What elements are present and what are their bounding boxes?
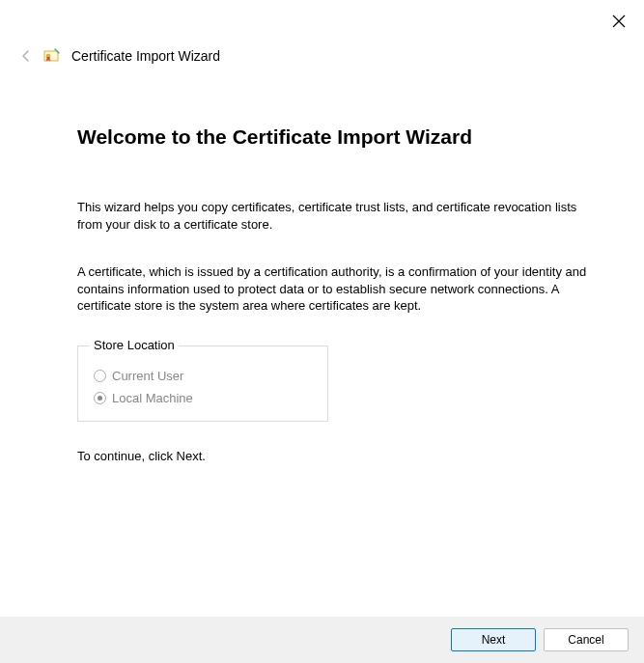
radio-label-current-user: Current User (112, 369, 183, 383)
back-arrow-icon (19, 49, 33, 63)
radio-current-user[interactable]: Current User (94, 369, 316, 383)
wizard-title: Certificate Import Wizard (71, 48, 220, 64)
page-heading: Welcome to the Certificate Import Wizard (77, 125, 596, 149)
store-location-legend: Store Location (90, 338, 179, 352)
cancel-button[interactable]: Cancel (544, 628, 629, 651)
radio-label-local-machine: Local Machine (112, 391, 193, 405)
wizard-header: Certificate Import Wizard (17, 46, 220, 66)
close-button[interactable] (609, 12, 629, 31)
close-icon (612, 14, 626, 28)
intro-text: This wizard helps you copy certificates,… (77, 199, 596, 233)
wizard-footer: Next Cancel (0, 617, 644, 663)
description-text: A certificate, which is issued by a cert… (77, 263, 596, 315)
radio-icon (94, 370, 106, 382)
next-button[interactable]: Next (451, 628, 536, 651)
radio-local-machine[interactable]: Local Machine (94, 391, 316, 405)
certificate-wizard-icon (42, 46, 62, 66)
continue-text: To continue, click Next. (77, 449, 596, 463)
store-location-group: Store Location Current User Local Machin… (77, 345, 328, 422)
wizard-content: Welcome to the Certificate Import Wizard… (77, 125, 596, 463)
radio-icon (94, 392, 106, 404)
back-button[interactable] (17, 47, 35, 65)
